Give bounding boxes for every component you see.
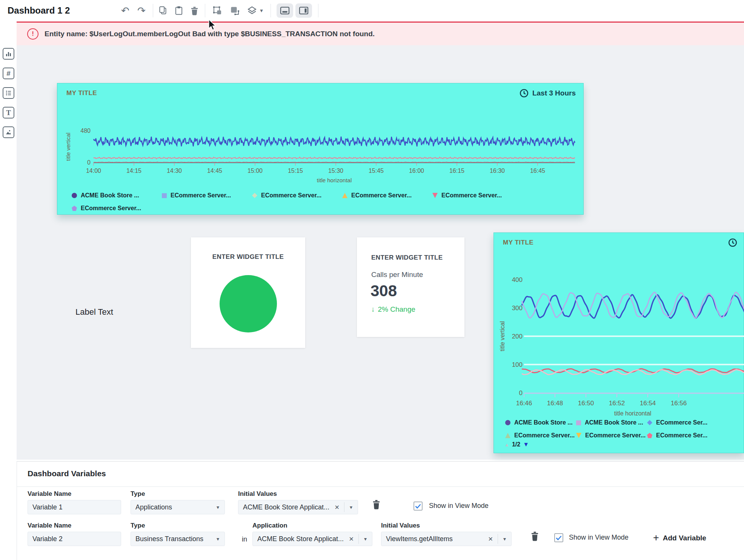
legend-label: ECommerce Ser... — [656, 432, 707, 439]
legend-item[interactable]: ECommerce Server... — [432, 189, 523, 202]
legend-item[interactable]: ECommerce Server... — [576, 429, 647, 442]
variable-name-input[interactable] — [28, 500, 121, 514]
show-in-view-mode-label: Show in View Mode — [569, 534, 629, 542]
svg-text:15:15: 15:15 — [288, 168, 303, 174]
line-chart[interactable]: title vertical400300200100016:4616:4816:… — [494, 252, 744, 418]
variable-name-input[interactable] — [28, 532, 121, 546]
legend-label: ACME Book Store ... — [81, 192, 139, 199]
legend-item[interactable]: ACME Book Store ... — [72, 189, 162, 202]
legend-label: ECommerce Server... — [171, 192, 231, 199]
right-panel-icon — [299, 6, 309, 15]
in-label: in — [242, 535, 247, 543]
svg-text:title vertical: title vertical — [65, 132, 71, 161]
timeseries-widget-top[interactable]: MY TITLE Last 3 Hours title vertical4800… — [57, 83, 584, 215]
toggle-bottom-panel-button[interactable] — [277, 3, 293, 18]
sidebar-item-chart-widget[interactable] — [3, 48, 14, 60]
legend-label: ECommerce Server... — [514, 432, 575, 439]
mouse-cursor — [207, 19, 217, 31]
legend-item[interactable]: ECommerce Server... — [505, 429, 576, 442]
layers-icon — [247, 5, 257, 16]
widget-title: ENTER WIDGET TITLE — [371, 254, 443, 262]
caret-down-icon: ▾ — [260, 7, 263, 14]
group-button[interactable] — [210, 3, 225, 18]
delete-button[interactable] — [187, 3, 202, 18]
paste-icon — [174, 6, 184, 15]
time-range-label: Last 3 Hours — [532, 89, 576, 97]
legend-item[interactable]: ECommerce Server... — [252, 189, 342, 202]
add-variable-button[interactable]: + Add Variable — [651, 532, 709, 543]
page-down-icon[interactable]: ▼ — [523, 441, 529, 448]
svg-text:15:30: 15:30 — [328, 168, 343, 174]
plus-icon: + — [653, 533, 659, 543]
ungroup-button[interactable] — [227, 3, 242, 18]
caret-down-icon[interactable]: ▾ — [359, 536, 372, 542]
triangle-down-symbol-icon — [432, 193, 438, 198]
timeseries-widget-right[interactable]: MY TITLE title vertical400300200100016:4… — [493, 232, 744, 453]
legend-item[interactable]: ECommerce Server... — [72, 202, 162, 215]
time-range[interactable] — [728, 238, 738, 248]
initial-values-picker[interactable]: ViewItems.getAllItems ✕ ▾ — [381, 532, 512, 546]
health-status-circle[interactable] — [220, 275, 277, 332]
layers-menu-caret[interactable]: ▾ — [257, 3, 266, 18]
caret-down-icon[interactable]: ▾ — [344, 504, 358, 510]
error-mark: ! — [32, 30, 34, 38]
svg-text:15:00: 15:00 — [247, 168, 263, 174]
delete-variable-button[interactable] — [372, 499, 381, 510]
sidebar-item-list-widget[interactable] — [3, 87, 14, 99]
toolbar-separator — [318, 4, 318, 17]
legend-item[interactable]: ACME Book Store ... — [576, 416, 647, 429]
legend-item[interactable]: ECommerce Ser... — [647, 429, 718, 442]
type-select[interactable]: Applications ▾ — [131, 500, 225, 514]
toolbar: Dashboard 1 2 ↶ ↷ — [0, 0, 744, 22]
sidebar-item-text-widget[interactable]: T — [3, 107, 14, 118]
initial-values-picker[interactable]: ACME Book Store Applicat... ✕ ▾ — [238, 500, 358, 514]
remove-value-icon[interactable]: ✕ — [484, 535, 498, 543]
square-symbol-icon — [576, 420, 581, 425]
time-range[interactable]: Last 3 Hours — [519, 88, 576, 98]
panel-title: Dashboard Variables — [28, 469, 106, 478]
text-label-widget[interactable]: Label Text — [75, 307, 113, 317]
check-icon — [415, 504, 421, 509]
page-title: Dashboard 1 2 — [8, 5, 70, 16]
svg-text:100: 100 — [512, 361, 523, 368]
type-select[interactable]: Business Transactions ▾ — [131, 532, 225, 546]
legend-label: ECommerce Server... — [585, 432, 646, 439]
application-label: Application — [252, 522, 287, 529]
application-picker[interactable]: ACME Book Store Applicat... ✕ ▾ — [252, 532, 372, 546]
svg-text:16:52: 16:52 — [609, 400, 625, 407]
list-icon — [5, 90, 12, 96]
clock-icon — [519, 88, 529, 98]
caret-down-icon[interactable]: ▾ — [498, 536, 511, 542]
legend-label: ECommerce Server... — [351, 192, 412, 199]
sidebar-item-metric-widget[interactable]: # — [3, 68, 14, 79]
group-icon — [212, 6, 223, 16]
paste-button[interactable] — [171, 3, 186, 18]
metric-widget[interactable]: ENTER WIDGET TITLE Calls per Minute 308 … — [357, 237, 464, 337]
toggle-right-panel-button[interactable] — [295, 3, 312, 18]
undo-button[interactable]: ↶ — [118, 3, 133, 18]
add-variable-label: Add Variable — [663, 534, 706, 542]
legend-pagination: ▲ 1/2 ▼ — [504, 441, 529, 448]
remove-value-icon[interactable]: ✕ — [344, 535, 358, 543]
dashboard-editor: Dashboard 1 2 ↶ ↷ — [0, 0, 744, 560]
page-up-icon[interactable]: ▲ — [504, 442, 509, 448]
show-in-view-mode-checkbox[interactable] — [414, 502, 423, 511]
initial-values-value: ACME Book Store Applicat... — [238, 503, 330, 511]
legend-item[interactable]: ACME Book Store ... — [505, 416, 576, 429]
toolbar-separator — [153, 4, 153, 17]
legend-item[interactable]: ECommerce Server... — [342, 189, 432, 202]
show-in-view-mode-checkbox[interactable] — [554, 533, 563, 542]
sidebar-item-image-widget[interactable] — [3, 126, 14, 138]
redo-button[interactable]: ↷ — [134, 3, 149, 18]
remove-value-icon[interactable]: ✕ — [330, 504, 344, 511]
legend-item[interactable]: ECommerce Ser... — [647, 416, 718, 429]
metric-change-label: 2% Change — [378, 305, 415, 314]
copy-button[interactable] — [155, 3, 171, 18]
check-icon — [556, 535, 562, 540]
undo-icon: ↶ — [121, 5, 129, 17]
health-widget[interactable]: ENTER WIDGET TITLE — [191, 237, 305, 348]
svg-text:16:48: 16:48 — [547, 400, 563, 407]
legend-item[interactable]: ECommerce Server... — [162, 189, 252, 202]
line-chart[interactable]: title vertical480014:0014:1514:3014:4515… — [57, 102, 584, 189]
delete-variable-button[interactable] — [530, 531, 540, 542]
